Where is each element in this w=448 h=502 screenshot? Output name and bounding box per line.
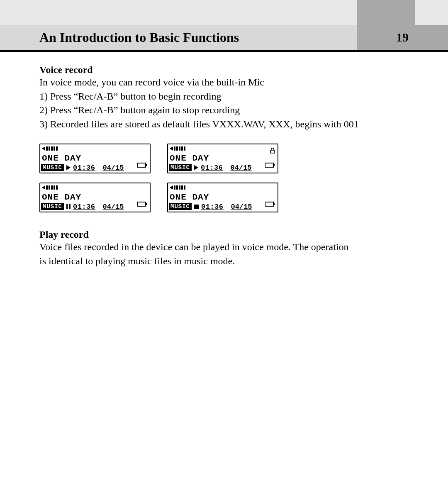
lock-icon <box>270 145 275 156</box>
lcd-time: 01:36 <box>201 203 224 211</box>
battery-icon <box>137 159 147 171</box>
svg-rect-21 <box>49 185 50 190</box>
lcd-track-title: ONE DAY <box>42 193 81 202</box>
svg-rect-11 <box>176 146 178 151</box>
lcd-mode-label: MUSIC <box>41 203 64 210</box>
svg-rect-23 <box>54 185 55 190</box>
lcd-screen: ONE DAY MUSIC 01:36 04/15 <box>167 144 278 173</box>
svg-rect-13 <box>181 146 183 151</box>
voice-record-intro: In voice mode, you can record voice via … <box>39 76 409 90</box>
page-number: 19 <box>396 30 409 44</box>
play-icon <box>66 165 71 170</box>
svg-rect-26 <box>69 204 71 209</box>
svg-rect-2 <box>49 146 50 151</box>
lcd-track-count: 04/15 <box>231 203 252 211</box>
svg-rect-1 <box>46 146 48 151</box>
header-title-zone: An Introduction to Basic Functions <box>0 25 357 50</box>
svg-rect-3 <box>51 146 53 151</box>
svg-rect-12 <box>179 146 180 151</box>
battery-icon <box>137 198 147 210</box>
lcd-screen: ONE DAY MUSIC 01:36 04/15 <box>167 183 278 212</box>
lcd-screen: ONE DAY MUSIC 01:36 04/15 <box>39 144 151 173</box>
volume-icon <box>42 146 60 151</box>
lcd-mode-label: MUSIC <box>169 164 192 171</box>
battery-icon <box>265 198 275 210</box>
svg-rect-18 <box>273 164 275 166</box>
svg-rect-27 <box>137 202 146 206</box>
svg-marker-0 <box>42 146 45 151</box>
voice-record-step-2: 2) Press “Rec/A-B” button again to stop … <box>39 103 409 117</box>
lcd-status-bar: MUSIC 01:36 04/15 <box>41 202 149 211</box>
lcd-time: 01:36 <box>201 164 223 172</box>
svg-rect-4 <box>54 146 55 151</box>
lcd-track-title: ONE DAY <box>170 193 209 202</box>
volume-icon <box>42 185 60 190</box>
play-icon <box>194 165 198 170</box>
svg-rect-35 <box>194 205 199 209</box>
svg-rect-14 <box>184 146 185 151</box>
svg-rect-33 <box>181 185 183 190</box>
lcd-track-title: ONE DAY <box>170 154 209 163</box>
battery-icon <box>265 159 275 171</box>
lcd-track-title: ONE DAY <box>42 154 81 163</box>
svg-marker-29 <box>170 185 173 190</box>
svg-marker-9 <box>170 146 173 151</box>
svg-marker-16 <box>194 165 198 170</box>
svg-rect-31 <box>176 185 178 190</box>
voice-record-heading: Voice record <box>39 64 409 76</box>
voice-record-step-3: 3) Recorded files are stored as default … <box>39 117 409 132</box>
content-area: Voice record In voice mode, you can reco… <box>0 52 448 502</box>
top-tab <box>357 0 415 25</box>
volume-icon <box>170 185 188 190</box>
lcd-track-count: 04/15 <box>103 164 124 172</box>
svg-rect-17 <box>265 163 273 167</box>
svg-rect-5 <box>56 146 58 151</box>
svg-rect-37 <box>273 203 275 205</box>
page-header: An Introduction to Basic Functions 19 <box>0 25 448 50</box>
lcd-track-count: 04/15 <box>231 164 252 172</box>
stop-icon <box>194 205 199 209</box>
svg-rect-32 <box>179 185 180 190</box>
lcd-screen: ONE DAY MUSIC 01:36 04/15 <box>39 183 151 212</box>
page-title: An Introduction to Basic Functions <box>39 30 239 45</box>
lcd-mode-label: MUSIC <box>169 203 192 210</box>
volume-icon <box>170 146 188 151</box>
svg-rect-25 <box>66 204 68 209</box>
svg-rect-22 <box>51 185 53 190</box>
svg-rect-24 <box>56 185 58 190</box>
pause-icon <box>66 204 71 209</box>
voice-record-step-1: 1) Press “Rec/A-B” button to begin recor… <box>39 90 409 104</box>
play-record-body: Voice files recorded in the device can b… <box>39 240 355 268</box>
lcd-status-bar: MUSIC 01:36 04/15 <box>41 163 149 172</box>
page-number-zone: 19 <box>357 25 448 50</box>
svg-rect-34 <box>184 185 185 190</box>
lcd-track-count: 04/15 <box>103 203 124 211</box>
svg-rect-15 <box>270 150 275 153</box>
svg-rect-28 <box>146 203 147 205</box>
lcd-mode-label: MUSIC <box>41 164 64 171</box>
svg-rect-7 <box>137 163 146 167</box>
svg-rect-20 <box>46 185 48 190</box>
svg-marker-6 <box>66 165 71 170</box>
svg-rect-8 <box>146 164 147 166</box>
lcd-status-bar: MUSIC 01:36 04/15 <box>169 163 277 172</box>
lcd-screens-grid: ONE DAY MUSIC 01:36 04/15 <box>39 144 409 212</box>
svg-marker-19 <box>42 185 45 190</box>
play-record-heading: Play record <box>39 229 409 240</box>
lcd-time: 01:36 <box>73 203 95 211</box>
svg-rect-10 <box>174 146 175 151</box>
lcd-time: 01:36 <box>73 164 95 172</box>
svg-rect-36 <box>265 202 273 206</box>
svg-rect-30 <box>174 185 175 190</box>
lcd-status-bar: MUSIC 01:36 04/15 <box>169 202 277 211</box>
